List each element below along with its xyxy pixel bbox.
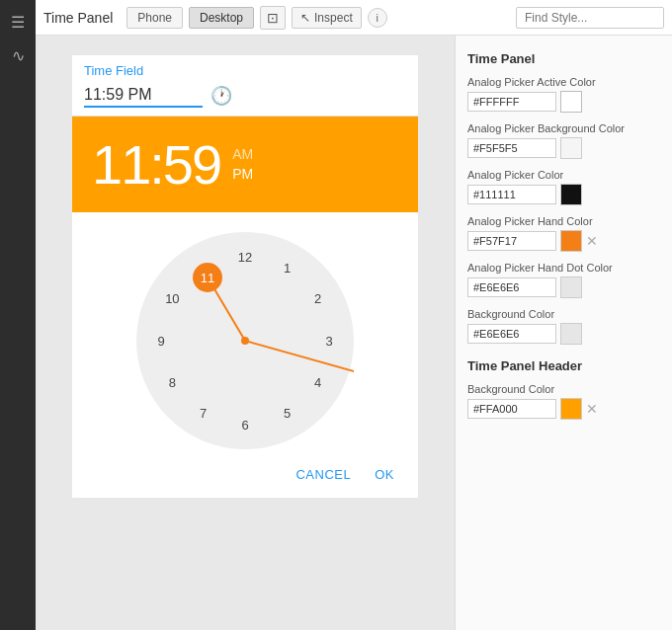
phone-button[interactable]: Phone [126, 7, 183, 29]
prop-label-2: Analog Picker Color [467, 169, 660, 181]
section1-title: Time Panel [467, 51, 660, 66]
color-swatch-1[interactable] [560, 137, 582, 159]
time-display-large: 11:59 [92, 132, 220, 197]
prop-input-row-5 [467, 323, 660, 345]
clock-face[interactable]: 121234567891011 [136, 232, 354, 449]
prop-row-3: Analog Picker Hand Color✕ [467, 215, 660, 252]
prop-row-1: Analog Picker Background Color [467, 122, 660, 159]
sidebar: ☰ ∿ [0, 0, 36, 630]
prop-input-3[interactable] [467, 231, 556, 251]
right-panel: Time Panel Analog Picker Active ColorAna… [455, 36, 672, 630]
clear-button-0[interactable]: ✕ [586, 402, 598, 416]
prop-input-row-3: ✕ [467, 230, 660, 252]
clock-buttons: CANCEL OK [72, 459, 418, 498]
properties2-container: Background Color✕ [467, 383, 660, 420]
prop-row-0: Analog Picker Active Color [467, 76, 660, 113]
prop-input-row-0 [467, 91, 660, 113]
prop-row-2: Analog Picker Color [467, 169, 660, 205]
find-style-input[interactable] [516, 7, 664, 29]
section2-title: Time Panel Header [467, 358, 660, 373]
time-input-row: 🕐 [72, 82, 418, 117]
prop-label-3: Analog Picker Hand Color [467, 215, 660, 227]
properties-container: Analog Picker Active ColorAnalog Picker … [467, 76, 660, 345]
pm-option[interactable]: PM [232, 165, 253, 185]
time-picker-header: 11:59 AM PM [72, 117, 418, 212]
ampm-container: AM PM [232, 145, 253, 184]
toolbar: Time Panel Phone Desktop ⊡ ↖ Inspect i [36, 0, 672, 36]
cursor-icon: ↖ [300, 11, 310, 25]
prop-input-row-4 [467, 276, 660, 298]
clear-button-3[interactable]: ✕ [586, 234, 598, 248]
canvas-area: Time Field 🕐 11:59 AM PM [36, 36, 455, 630]
desktop-button[interactable]: Desktop [189, 7, 254, 29]
clock-hand-svg [136, 232, 354, 449]
time-field-label: Time Field [72, 55, 418, 82]
main-area: Time Panel Phone Desktop ⊡ ↖ Inspect i T… [36, 0, 672, 630]
svg-point-2 [241, 337, 249, 345]
inspect-button[interactable]: ↖ Inspect [292, 7, 362, 29]
app-title: Time Panel [43, 10, 113, 26]
clock-hour-11: 11 [193, 263, 222, 292]
prop-label-4: Analog Picker Hand Dot Color [467, 262, 660, 274]
prop-input-0[interactable] [467, 399, 556, 419]
prop-input-1[interactable] [467, 138, 556, 158]
content-area: Time Field 🕐 11:59 AM PM [36, 36, 672, 630]
prop-input-row-1 [467, 137, 660, 159]
am-option[interactable]: AM [232, 145, 253, 165]
analytics-icon[interactable]: ∿ [4, 41, 32, 69]
prop-row-5: Background Color [467, 308, 660, 345]
component-preview: Time Field 🕐 11:59 AM PM [72, 55, 418, 498]
prop-row-0: Background Color✕ [467, 383, 660, 420]
prop-input-4[interactable] [467, 277, 556, 297]
prop-input-0[interactable] [467, 92, 556, 112]
prop-label-0: Analog Picker Active Color [467, 76, 660, 88]
color-swatch-0[interactable] [560, 398, 582, 420]
hamburger-icon[interactable]: ☰ [4, 8, 32, 36]
clock-container: 121234567891011 [72, 212, 418, 459]
prop-input-row-2 [467, 184, 660, 205]
color-swatch-2[interactable] [560, 184, 582, 205]
alarm-icon: 🕐 [210, 85, 232, 107]
info-button[interactable]: i [368, 8, 387, 28]
prop-input-5[interactable] [467, 324, 556, 344]
color-swatch-3[interactable] [560, 230, 582, 252]
cancel-button[interactable]: CANCEL [288, 463, 359, 486]
svg-line-1 [245, 341, 354, 378]
color-swatch-4[interactable] [560, 276, 582, 298]
color-swatch-5[interactable] [560, 323, 582, 345]
responsive-icon[interactable]: ⊡ [260, 6, 286, 30]
prop-label-1: Analog Picker Background Color [467, 122, 660, 134]
time-input[interactable] [84, 84, 203, 108]
prop-input-row-0: ✕ [467, 398, 660, 420]
prop-label-0: Background Color [467, 383, 660, 395]
time-picker-panel: 11:59 AM PM 121234567891011 [72, 117, 418, 498]
prop-row-4: Analog Picker Hand Dot Color [467, 262, 660, 298]
ok-button[interactable]: OK [367, 463, 402, 486]
color-swatch-0[interactable] [560, 91, 582, 113]
prop-input-2[interactable] [467, 185, 556, 204]
prop-label-5: Background Color [467, 308, 660, 320]
